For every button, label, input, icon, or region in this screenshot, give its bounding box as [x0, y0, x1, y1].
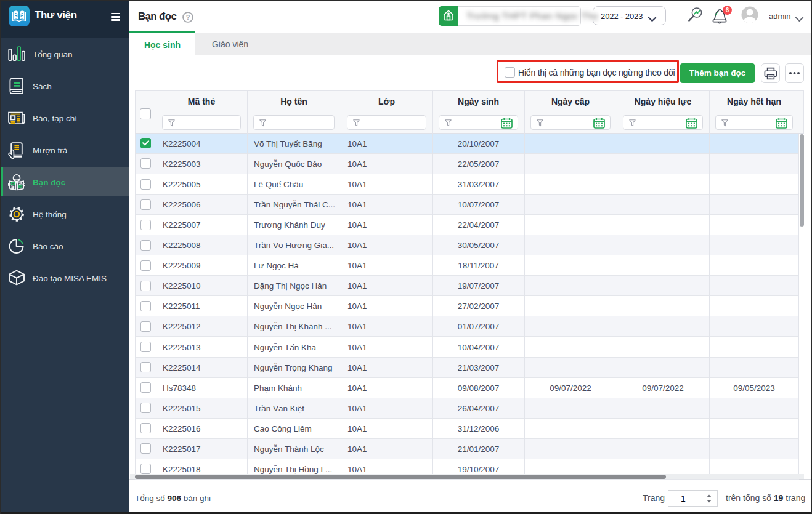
svg-text:?: ? [186, 14, 190, 21]
